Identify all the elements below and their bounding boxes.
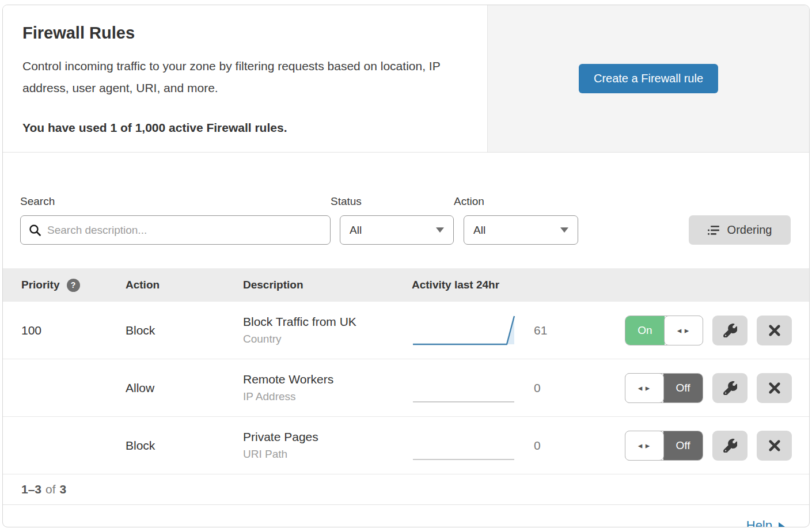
rule-enabled-toggle[interactable]: ◂ ▸ Off: [625, 373, 703, 403]
create-firewall-rule-button[interactable]: Create a Firewall rule: [579, 64, 718, 93]
rule-description-cell: Private Pages URI Path: [243, 430, 412, 461]
header-text-panel: Firewall Rules Control incoming traffic …: [3, 5, 487, 152]
status-select[interactable]: All: [340, 215, 454, 245]
search-input[interactable]: [47, 224, 322, 237]
filter-bar: Search Status All Action All: [3, 153, 809, 245]
ordering-button-label: Ordering: [727, 223, 772, 237]
action-field-group: Action All: [454, 195, 578, 245]
rule-match-type: IP Address: [243, 390, 412, 403]
table-header-row: Priority ? Action Description Activity l…: [3, 268, 809, 302]
activity-sparkline: [412, 313, 534, 348]
usage-note: You have used 1 of 1,000 active Firewall…: [22, 121, 468, 135]
close-icon: [768, 382, 781, 394]
rule-controls: ◂ ▸ Off: [608, 431, 809, 461]
close-icon: [768, 324, 781, 337]
ordering-list-icon: [708, 225, 720, 236]
rule-action: Block: [126, 324, 243, 337]
search-label: Search: [20, 195, 331, 208]
activity-sparkline: [412, 428, 534, 463]
rule-description: Private Pages: [243, 430, 412, 444]
activity-sparkline: [412, 371, 534, 405]
delete-rule-button[interactable]: [757, 373, 792, 403]
table-row: 100 Block Block Traffic from UK Country …: [3, 302, 809, 359]
page-description: Control incoming traffic to your zone by…: [22, 55, 466, 99]
column-header-action: Action: [126, 279, 243, 291]
page-title: Firewall Rules: [22, 24, 468, 43]
toggle-handle-icon: ◂ ▸: [625, 431, 664, 461]
search-field-group: Search: [20, 195, 331, 245]
action-label: Action: [454, 195, 578, 208]
rule-action: Allow: [126, 381, 243, 395]
delete-rule-button[interactable]: [757, 431, 792, 461]
rule-description-cell: Block Traffic from UK Country: [243, 315, 412, 345]
header-action-panel: Create a Firewall rule: [487, 5, 809, 152]
chevron-down-icon: [560, 227, 568, 233]
table-row: Block Private Pages URI Path 0 ◂ ▸ Off: [3, 417, 809, 474]
status-field-group: Status All: [331, 195, 454, 245]
help-link[interactable]: Help: [746, 518, 785, 527]
pagination-total: 3: [60, 482, 67, 496]
rule-description: Remote Workers: [243, 373, 412, 386]
rule-action: Block: [126, 439, 243, 453]
firewall-rules-card: Firewall Rules Control incoming traffic …: [2, 5, 810, 527]
toggle-off-label: Off: [663, 431, 703, 460]
pagination-range: 1–3: [21, 482, 41, 496]
action-select[interactable]: All: [464, 215, 578, 245]
action-selected-value: All: [473, 224, 485, 237]
table-row: Allow Remote Workers IP Address 0 ◂ ▸ Of…: [3, 359, 809, 417]
rule-controls: On ◂ ▸: [608, 316, 809, 345]
toggle-handle-icon: ◂ ▸: [664, 316, 703, 345]
search-icon: [29, 224, 41, 237]
activity-count: 61: [534, 324, 608, 337]
pagination-of: of: [45, 482, 56, 496]
edit-rule-button[interactable]: [712, 431, 748, 461]
rule-match-type: Country: [243, 333, 412, 345]
ordering-button[interactable]: Ordering: [689, 215, 791, 245]
status-label: Status: [331, 195, 454, 208]
wrench-icon: [723, 381, 737, 395]
wrench-icon: [723, 439, 737, 453]
toggle-on-label: On: [625, 316, 665, 345]
arrow-right-icon: [779, 522, 785, 528]
search-box: [20, 215, 331, 245]
rule-description-cell: Remote Workers IP Address: [243, 373, 412, 403]
rule-controls: ◂ ▸ Off: [608, 373, 809, 403]
rule-enabled-toggle[interactable]: On ◂ ▸: [625, 316, 703, 345]
edit-rule-button[interactable]: [712, 316, 748, 345]
rule-match-type: URI Path: [243, 448, 412, 461]
close-icon: [768, 439, 781, 452]
pagination-bar: 1–3 of 3: [3, 474, 809, 505]
edit-rule-button[interactable]: [712, 373, 748, 403]
toggle-handle-icon: ◂ ▸: [625, 373, 664, 403]
page-header: Firewall Rules Control incoming traffic …: [3, 5, 809, 153]
rule-enabled-toggle[interactable]: ◂ ▸ Off: [625, 431, 703, 461]
help-bar: Help: [3, 505, 809, 527]
help-link-label: Help: [746, 518, 772, 527]
priority-header-label: Priority: [21, 279, 60, 291]
rule-priority: 100: [21, 324, 126, 337]
status-selected-value: All: [350, 224, 362, 237]
delete-rule-button[interactable]: [757, 316, 792, 345]
column-header-activity: Activity last 24hr: [412, 279, 694, 291]
wrench-icon: [723, 324, 737, 337]
column-header-description: Description: [243, 279, 412, 291]
priority-help-icon[interactable]: ?: [67, 279, 80, 292]
chevron-down-icon: [436, 227, 444, 233]
rule-description: Block Traffic from UK: [243, 315, 412, 329]
toggle-off-label: Off: [663, 374, 703, 402]
activity-count: 0: [534, 439, 608, 453]
activity-count: 0: [534, 381, 608, 395]
column-header-priority: Priority ?: [21, 279, 126, 292]
